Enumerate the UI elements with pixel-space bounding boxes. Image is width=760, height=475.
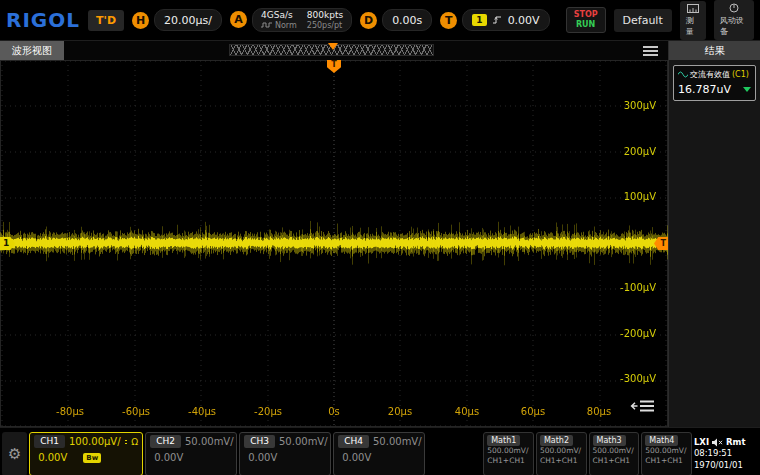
memory-depth: 800kpts [307,10,343,21]
time-axis-label: 80μs [575,406,623,417]
ch3-offset: 0.00V [248,452,277,463]
acquisition-mode: Norm [275,21,297,31]
knob-icon [729,3,739,13]
square-wave-icon [261,21,272,29]
channel-ch4-box[interactable]: CH4 50.00mV/ 0.00V [333,432,425,475]
measurement-result-card[interactable]: 交流有效值(C1) 16.787uV [673,65,756,101]
math1-scale: 500.00mV/ [487,446,530,456]
trigger-position-caret[interactable] [328,43,338,50]
settings-gear-icon[interactable]: ⚙ [2,432,27,475]
ch1-impedance: Ω [131,437,138,447]
ch2-offset: 0.00V [154,452,183,463]
delay-value: 0.00s [392,14,422,27]
result-source: (C1) [732,70,749,79]
time-axis-label: -60μs [112,406,160,417]
measure-label: 测量 [686,15,700,37]
ch1-label: CH1 [34,435,65,448]
lxi-label: LXI [694,437,709,448]
measure-button[interactable]: 测量 [680,1,706,40]
ch1-offset: 0.00V [38,452,67,463]
top-bar: RIGOL T'D H 20.00μs/ A 4GSa/s Norm 800kp… [0,0,760,41]
run-label: RUN [576,20,595,30]
math3-label: Math3 [593,435,626,446]
ch4-label: CH4 [338,435,369,448]
waveform-canvas[interactable] [0,60,668,427]
tab-waveform-view[interactable]: 波形视图 [0,41,64,60]
channel-ch1-box[interactable]: CH1 100.00μV/ Ω 0.00V Bw [29,432,143,475]
math2-scale: 500.00mV/ [540,446,583,456]
memory-overview-strip[interactable] [229,44,434,56]
measure-icon [687,4,699,13]
voltage-axis-label: -300μV [620,373,656,384]
channel-status-bar: ⚙ CH1 100.00μV/ Ω 0.00V Bw CH2 50.00mV/ … [0,427,760,475]
sine-wave-icon [678,71,688,78]
device-button[interactable]: 风动设备 [714,0,754,40]
display-menu-icon[interactable] [630,398,656,417]
h-badge: H [132,12,149,29]
trigger-settings[interactable]: T 1 0.00V [440,9,549,31]
time-axis-label: 0s [310,406,358,417]
device-label: 风动设备 [720,15,748,37]
voltage-axis-label: 300μV [624,100,656,111]
ch1-scale: 100.00μV/ [69,436,121,447]
waveform-display: T 1 T 300μV 200μV 100μV -100μV -200μV -3… [0,60,668,427]
voltage-axis-label: 200μV [624,146,656,157]
result-dropdown-caret[interactable] [743,87,751,92]
system-date: 1970/01/01 [694,460,756,471]
rigol-logo: RIGOL [6,8,80,32]
time-axis-label: 40μs [443,406,491,417]
time-axis-label: 20μs [376,406,424,417]
stop-run-button[interactable]: STOP RUN [566,7,606,32]
voltage-axis-label: -200μV [620,328,656,339]
trigger-level: 0.00V [508,14,540,27]
system-time: 08:19:51 [694,448,756,459]
result-value: 16.787uV [678,83,731,96]
oscilloscope-screen: RIGOL T'D H 20.00μs/ A 4GSa/s Norm 800kp… [0,0,760,475]
time-axis-label: -80μs [46,406,94,417]
t-badge: T [440,12,457,29]
d-badge: D [360,12,377,29]
dc-coupling-icon [125,440,128,444]
remote-label: Rmt [726,437,745,448]
hamburger-menu-icon[interactable] [643,46,658,56]
math2-label: Math2 [540,435,573,446]
ch3-scale: 50.00mV/ [279,436,328,447]
rising-edge-icon [492,15,503,25]
results-panel: 结果 交流有效值(C1) 16.787uV [668,41,760,427]
ch3-label: CH3 [244,435,275,448]
trigger-source-chip: 1 [472,14,486,26]
math4-box[interactable]: Math4 500.00mV/ CH1+CH1 [641,432,692,475]
math1-label: Math1 [487,435,520,446]
ch4-scale: 50.00mV/ [373,436,422,447]
math3-box[interactable]: Math3 500.00mV/ CH1+CH1 [589,432,640,475]
results-header: 结果 [669,41,760,60]
delay-settings[interactable]: D 0.00s [360,9,432,31]
math2-expression: CH1+CH1 [540,456,583,466]
sample-rate: 4GSa/s [261,10,297,21]
math2-box[interactable]: Math2 500.00mV/ CH1+CH1 [536,432,587,475]
math1-box[interactable]: Math1 500.00mV/ CH1+CH1 [483,432,534,475]
default-button[interactable]: Default [614,9,672,32]
math4-label: Math4 [645,435,678,446]
ch2-label: CH2 [150,435,181,448]
trigger-status-badge: T'D [88,10,124,31]
horizontal-scale: 20.00μs/ [164,14,212,27]
math1-expression: CH1+CH1 [487,456,530,466]
ch2-scale: 50.00mV/ [185,436,234,447]
result-name: 交流有效值 [690,69,730,80]
horizontal-settings[interactable]: H 20.00μs/ [132,9,222,31]
math3-expression: CH1+CH1 [593,456,636,466]
view-tab-bar: 波形视图 [0,41,668,60]
voltage-axis-label: -100μV [620,282,656,293]
channel-ch2-box[interactable]: CH2 50.00mV/ 0.00V [145,432,237,475]
system-status-panel[interactable]: LXI Rmt 08:19:51 1970/01/01 [694,437,758,471]
ch4-offset: 0.00V [342,452,371,463]
voltage-axis-label: 100μV [624,191,656,202]
math4-expression: CH1+CH1 [645,456,688,466]
time-resolution: 250ps/pt [307,21,342,31]
channel-ch3-box[interactable]: CH3 50.00mV/ 0.00V [239,432,331,475]
acquisition-settings[interactable]: A 4GSa/s Norm 800kpts 250ps/pt [230,8,352,32]
ch1-bandwidth-badge: Bw [83,453,101,463]
speaker-muted-icon [712,438,723,447]
math3-scale: 500.00mV/ [593,446,636,456]
